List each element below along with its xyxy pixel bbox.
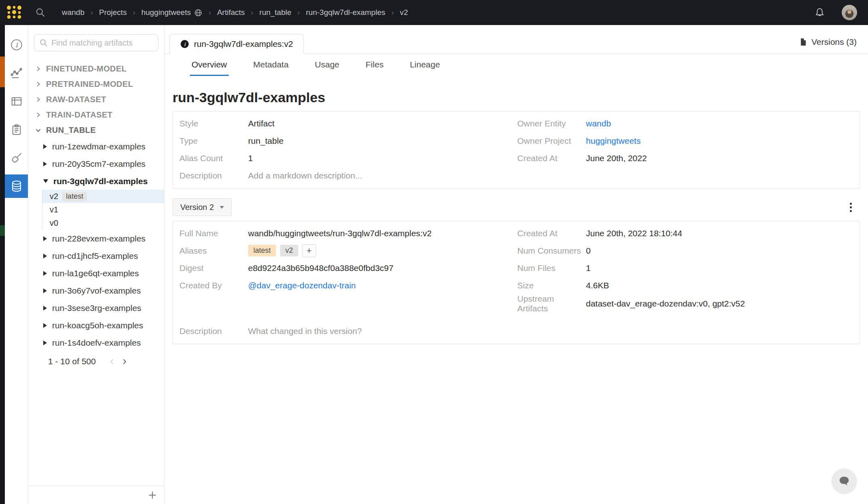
sweeps-broom-icon[interactable] <box>5 144 28 172</box>
breadcrumb-artifact-name[interactable]: run-3gqlw7dl-examples <box>306 8 385 17</box>
tree-run-item[interactable]: run-3o6y7vof-examples <box>28 282 164 299</box>
tree-run-item[interactable]: run-1zewdmar-examples <box>28 138 164 155</box>
tab-files[interactable]: Files <box>364 54 385 76</box>
tree-run-item[interactable]: run-koacg5oh-examples <box>28 317 164 334</box>
field-label: Created By <box>179 281 248 290</box>
created-by-link[interactable]: @dav_erage-dozendav-train <box>248 281 356 290</box>
charts-icon[interactable] <box>5 59 28 87</box>
owner-project-link[interactable]: huggingtweets <box>586 136 640 146</box>
tree-run-item[interactable]: run-cd1jhcf5-examples <box>28 247 164 265</box>
tree-run-item[interactable]: run-1s4doefv-examples <box>28 334 164 351</box>
category-label: TRAIN-DATASET <box>46 110 112 120</box>
category-run-table[interactable]: RUN_TABLE <box>28 122 164 138</box>
breadcrumb-projects[interactable]: Projects <box>99 8 127 17</box>
field-value: June 20th, 2022 18:10:44 <box>586 229 682 238</box>
version-description-editor[interactable]: What changed in this version? <box>248 326 362 336</box>
search-icon[interactable] <box>35 7 46 18</box>
breadcrumb-separator: › <box>91 8 93 17</box>
breadcrumb: wandb › Projects › huggingtweets › Artif… <box>62 8 408 17</box>
category-label: FINETUNED-MODEL <box>46 64 126 74</box>
tree-run-item[interactable]: run-20y35cm7-examples <box>28 155 164 172</box>
info-filled-icon: i <box>180 40 189 48</box>
field-aliases: Aliases latest v2 + <box>179 242 517 259</box>
pagination-prev-icon[interactable] <box>106 355 118 368</box>
info-icon[interactable]: i <box>5 31 28 59</box>
tab-metadata[interactable]: Metadata <box>252 54 291 76</box>
notifications-bell-icon[interactable] <box>814 7 825 18</box>
overview-left-column: Style Artifact Type run_table Alias Coun… <box>179 115 517 184</box>
artifact-search-box[interactable] <box>34 34 158 51</box>
field-value: 0 <box>586 246 591 256</box>
left-icon-rail: i <box>5 25 28 504</box>
collapsed-runs-strip[interactable] <box>0 25 5 504</box>
chat-support-button[interactable] <box>832 468 857 494</box>
field-version-created-at: Created At June 20th, 2022 18:10:44 <box>517 225 860 242</box>
breadcrumb-artifact-type[interactable]: run_table <box>259 8 291 17</box>
artifact-version-tab[interactable]: i run-3gqlw7dl-examples:v2 <box>169 34 304 54</box>
tree-run-item[interactable]: run-3sese3rg-examples <box>28 299 164 317</box>
category-raw-dataset[interactable]: RAW-DATASET <box>28 92 164 107</box>
triangle-right-icon <box>43 144 47 149</box>
breadcrumb-separator: › <box>133 8 135 17</box>
breadcrumb-artifacts[interactable]: Artifacts <box>217 8 245 17</box>
field-value: e8d9224a3b65b948cf0a388e0fbd3c97 <box>248 263 394 273</box>
artifacts-database-icon[interactable] <box>5 174 28 198</box>
breadcrumb-version[interactable]: v2 <box>400 8 408 17</box>
field-label: Num Files <box>517 263 586 273</box>
versions-button[interactable]: Versions (3) <box>798 37 857 47</box>
top-navbar: wandb › Projects › huggingtweets › Artif… <box>0 0 868 25</box>
field-label: Num Consumers <box>517 246 586 256</box>
tab-usage[interactable]: Usage <box>313 54 341 76</box>
field-label: Style <box>179 119 248 128</box>
artifact-overview-card: Style Artifact Type run_table Alias Coun… <box>173 111 860 189</box>
run-label: run-1s4doefv-examples <box>52 338 141 348</box>
search-input[interactable] <box>51 38 153 48</box>
field-value: 1 <box>586 263 591 273</box>
chevron-right-icon <box>35 112 41 118</box>
triangle-right-icon <box>43 236 47 241</box>
breadcrumb-entity[interactable]: wandb <box>62 8 84 17</box>
overflow-menu-icon[interactable] <box>847 200 854 214</box>
add-artifact-plus-icon[interactable] <box>147 490 158 500</box>
user-avatar[interactable] <box>841 4 857 21</box>
run-label: run-cd1jhcf5-examples <box>52 251 138 261</box>
latest-badge: latest <box>62 192 87 201</box>
version-item-v1[interactable]: v1 <box>42 203 164 216</box>
triangle-right-icon <box>43 340 47 345</box>
breadcrumb-project[interactable]: huggingtweets <box>141 8 203 17</box>
breadcrumb-separator: › <box>209 8 211 17</box>
version-item-v0[interactable]: v0 <box>42 216 164 230</box>
tables-icon[interactable] <box>5 87 28 116</box>
category-pretrained-model[interactable]: PRETRAINED-MODEL <box>28 76 164 92</box>
wandb-logo-icon[interactable] <box>6 4 22 21</box>
breadcrumb-separator: › <box>297 8 300 17</box>
version-select-dropdown[interactable]: Version 2 <box>173 198 232 216</box>
add-alias-button[interactable]: + <box>302 244 316 257</box>
run-label: run-3o6y7vof-examples <box>52 286 141 296</box>
pagination-text: 1 - 10 of 500 <box>48 357 96 366</box>
tree-run-item[interactable]: run-228evxem-examples <box>28 230 164 247</box>
owner-entity-link[interactable]: wandb <box>586 119 611 128</box>
reports-clipboard-icon[interactable] <box>5 116 28 144</box>
pagination-next-icon[interactable] <box>118 355 131 368</box>
field-owner-project: Owner Project huggingtweets <box>517 132 860 149</box>
field-value: 1 <box>248 153 253 163</box>
version-toolbar: Version 2 <box>173 198 860 216</box>
main-panel: i run-3gqlw7dl-examples:v2 Versions (3) … <box>164 25 868 504</box>
tree-run-item[interactable]: run-la1ge6qt-examples <box>28 265 164 282</box>
field-label: Description <box>179 326 248 336</box>
field-alias-count: Alias Count 1 <box>179 149 517 167</box>
version-item-v2[interactable]: v2 latest <box>42 190 164 203</box>
category-train-dataset[interactable]: TRAIN-DATASET <box>28 107 164 122</box>
triangle-right-icon <box>43 254 47 258</box>
chevron-right-icon <box>35 97 41 103</box>
run-label: run-1zewdmar-examples <box>52 142 145 151</box>
description-editor[interactable]: Add a markdown description... <box>248 171 362 181</box>
tab-overview[interactable]: Overview <box>190 54 229 76</box>
category-finetuned-model[interactable]: FINETUNED-MODEL <box>28 61 164 76</box>
field-label: Created At <box>517 229 586 238</box>
tab-lineage[interactable]: Lineage <box>408 54 442 76</box>
field-value: dataset-dav_erage-dozendav:v0, gpt2:v52 <box>586 299 745 309</box>
category-label: RUN_TABLE <box>46 126 96 135</box>
tree-run-item-expanded[interactable]: run-3gqlw7dl-examples <box>28 172 164 190</box>
